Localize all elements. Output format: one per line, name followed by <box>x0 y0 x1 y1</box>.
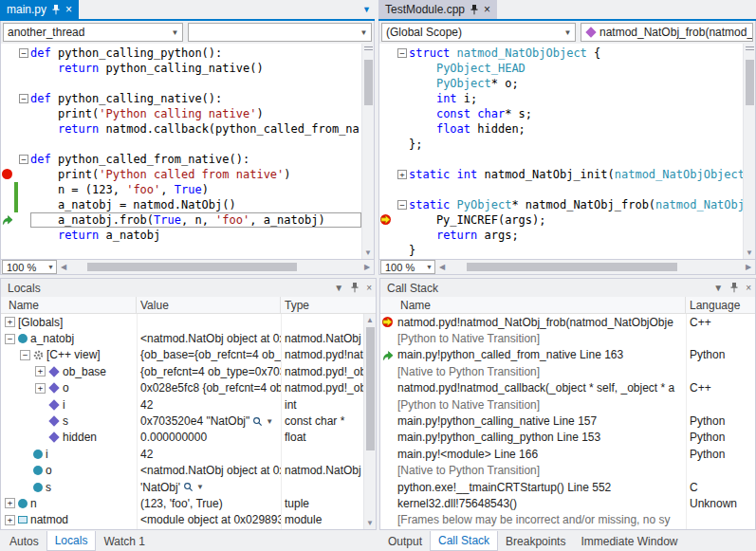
code-text-area[interactable]: −struct natmod_NatObjObject { PyObject_H… <box>379 46 743 259</box>
zoom-dropdown[interactable]: 100 % ▼ <box>2 260 57 274</box>
splitter-grip-icon[interactable] <box>746 46 754 52</box>
breakpoint-margin[interactable] <box>379 46 393 61</box>
member-dropdown[interactable]: natmod_NatObj_frob(natmod_ ▼ <box>581 23 753 42</box>
tab-overflow-icon[interactable]: ▼ <box>359 5 375 14</box>
locals-value-cell[interactable]: 42 <box>137 446 281 462</box>
code-text[interactable]: def python_called_from_native(): <box>30 152 361 167</box>
breakpoint-margin[interactable] <box>379 167 393 182</box>
locals-value-cell[interactable]: (123, 'foo', True) <box>137 495 281 511</box>
breakpoint-margin[interactable] <box>1 46 14 61</box>
column-divider[interactable] <box>686 314 687 529</box>
code-text[interactable]: Py_INCREF(args); <box>409 212 743 228</box>
outline-expand-box[interactable]: + <box>397 170 407 179</box>
code-text-area[interactable]: −def python_calling_python(): return pyt… <box>1 46 361 259</box>
horizontal-scrollbar-right[interactable]: 100 % ▼ ◀ ▶ <box>378 259 756 275</box>
breakpoint-margin[interactable] <box>379 61 393 76</box>
panel-tab-autos[interactable]: Autos <box>2 531 46 551</box>
panel-tab-immediate-window[interactable]: Immediate Window <box>573 531 685 551</box>
breakpoint-margin[interactable] <box>379 91 393 106</box>
panel-tab-watch-1[interactable]: Watch 1 <box>96 531 153 551</box>
locals-row[interactable]: +n(123, 'foo', True)tuple <box>1 495 376 511</box>
callstack-frame-row[interactable]: main.py!python_calling_python Line 153Py… <box>380 430 755 446</box>
code-text[interactable]: int i; <box>409 91 743 106</box>
scrollbar-thumb[interactable] <box>746 60 754 105</box>
locals-value-cell[interactable]: 'NatObj'▼ <box>137 479 281 495</box>
code-text[interactable]: struct natmod_NatObjObject { <box>409 46 743 61</box>
locals-value-cell[interactable]: {ob_base={ob_refcnt=4 ob_ty <box>137 347 281 363</box>
locals-row[interactable]: +[Globals] <box>1 314 376 330</box>
code-text[interactable]: a_natobj.frob(True, n, 'foo', a_natobj) <box>30 212 361 228</box>
callstack-frame-row[interactable]: [Native to Python Transition] <box>380 363 755 379</box>
panel-tab-locals[interactable]: Locals <box>46 531 97 551</box>
outline-collapse-box[interactable]: − <box>19 48 28 58</box>
breakpoint-margin[interactable] <box>379 137 393 152</box>
callstack-frame-row[interactable]: main.py!python_calling_native Line 157Py… <box>380 413 755 429</box>
tree-expander-icon[interactable]: + <box>35 383 46 394</box>
code-text[interactable]: PyObject* o; <box>409 76 743 91</box>
breakpoint-margin[interactable] <box>379 182 393 197</box>
locals-value-cell[interactable] <box>137 314 281 330</box>
callstack-frame-row[interactable]: natmod.pyd!natmod_NatObj_frob(natmod_Nat… <box>380 314 755 330</box>
locals-value-cell[interactable]: {ob_refcnt=4 ob_type=0x703 <box>137 363 281 379</box>
callstack-frame-row[interactable]: [Frames below may be incorrect and/or mi… <box>380 512 755 528</box>
scrollbar-thumb[interactable] <box>366 327 375 450</box>
locals-value-cell[interactable]: <natmod.NatObj object at 0x <box>137 330 281 346</box>
scroll-left-icon[interactable]: ◀ <box>435 263 449 271</box>
outline-collapse-box[interactable]: − <box>19 155 28 164</box>
code-text[interactable]: return a_natobj <box>30 228 361 243</box>
locals-row[interactable]: i42int <box>1 396 376 413</box>
breakpoint-margin[interactable] <box>379 121 393 137</box>
magnifier-icon[interactable] <box>252 416 263 427</box>
breakpoint-margin[interactable] <box>1 152 14 167</box>
pin-icon[interactable] <box>470 5 479 15</box>
tree-expander-icon[interactable]: + <box>5 498 15 508</box>
visualizer-dropdown-icon[interactable]: ▼ <box>266 417 273 426</box>
code-text[interactable] <box>30 76 361 91</box>
breakpoint-margin[interactable] <box>379 228 393 243</box>
code-text[interactable]: const char* s; <box>409 106 743 121</box>
breakpoint-margin[interactable] <box>379 243 393 258</box>
locals-row[interactable]: +o0x028e5fc8 {ob_refcnt=4 ob_natmod.pyd!… <box>1 380 376 396</box>
locals-row[interactable]: +natmod<module object at 0x029893fmodule <box>1 512 376 528</box>
scope-dropdown[interactable]: another_thread ▼ <box>3 23 183 42</box>
magnifier-icon[interactable] <box>183 482 194 492</box>
column-header-name[interactable]: Name <box>380 297 686 313</box>
tree-expander-icon[interactable]: + <box>5 317 15 327</box>
pin-icon[interactable] <box>729 283 739 293</box>
code-text[interactable]: PyObject_HEAD <box>409 61 743 76</box>
horizontal-scrollbar-left[interactable]: 100 % ▼ ◀ ▶ <box>0 259 375 275</box>
outline-collapse-box[interactable]: − <box>19 94 28 103</box>
code-text[interactable]: print('Python calling native') <box>30 106 361 121</box>
pin-icon[interactable] <box>51 5 61 15</box>
vertical-scrollbar[interactable]: ▼ <box>361 44 374 259</box>
locals-row[interactable]: −[C++ view]{ob_base={ob_refcnt=4 ob_tyna… <box>1 347 376 363</box>
scroll-right-icon[interactable]: ▶ <box>742 263 755 271</box>
column-header-value[interactable]: Value <box>137 297 281 313</box>
scroll-right-icon[interactable]: ▶ <box>360 263 374 271</box>
locals-row[interactable]: +ob_base{ob_refcnt=4 ob_type=0x703natmod… <box>1 363 376 379</box>
outline-collapse-box[interactable]: − <box>397 200 407 210</box>
scroll-up-icon[interactable]: ▲ <box>364 316 376 324</box>
scroll-down-icon[interactable]: ▼ <box>364 248 372 257</box>
code-editor-main-py[interactable]: −def python_calling_python(): return pyt… <box>0 44 375 259</box>
callstack-frame-row[interactable]: [Native to Python Transition] <box>380 463 755 479</box>
code-text[interactable]: return python_calling_native() <box>30 61 361 76</box>
code-text[interactable]: print('Python called from native') <box>30 167 361 182</box>
code-text[interactable]: return natmod.callback(python_called_fro… <box>30 121 361 137</box>
breakpoint-margin[interactable] <box>1 91 14 106</box>
code-text[interactable] <box>30 137 361 152</box>
callstack-frame-row[interactable]: python.exe!__tmainCRTStartup() Line 552C <box>380 479 755 495</box>
splitter-grip-icon[interactable] <box>364 46 373 52</box>
locals-title-bar[interactable]: Locals ▼ × <box>1 279 376 297</box>
callstack-frame-row[interactable]: main.py!python_called_from_native Line 1… <box>380 347 755 363</box>
locals-row[interactable]: i42 <box>1 446 376 462</box>
callstack-frame-row[interactable]: main.py!<module> Line 166Python <box>380 446 755 462</box>
callstack-frame-row[interactable]: [Python to Native Transition] <box>380 330 755 346</box>
scroll-down-icon[interactable]: ▼ <box>746 248 753 257</box>
breakpoint-margin[interactable] <box>1 137 14 152</box>
column-divider[interactable] <box>137 314 138 529</box>
locals-value-cell[interactable]: <module object at 0x029893f <box>137 512 281 528</box>
breakpoint-margin[interactable] <box>379 197 393 212</box>
tree-expander-icon[interactable]: − <box>5 334 15 344</box>
scrollbar-track[interactable] <box>449 263 742 271</box>
